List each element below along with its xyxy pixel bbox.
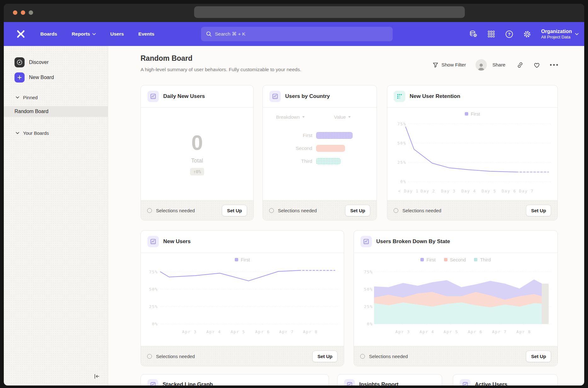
set-up-button[interactable]: Set Up [526,351,551,362]
mixpanel-logo-icon[interactable] [15,28,26,40]
svg-text:Apr 5: Apr 5 [443,329,458,334]
sidebar-item-new-board[interactable]: New Board [14,72,54,83]
nav-item-boards[interactable]: Boards [40,31,57,37]
card-title: Users Broken Down By State [376,238,450,245]
line-chart-icon [460,379,470,385]
state-area-chart: 75%50%25%0%Apr 3Apr 4Apr 5Apr 6Apr 7Apr … [358,265,554,341]
svg-text:Apr 6: Apr 6 [468,329,482,334]
new-users-line-chart: 75%50%25%0%Apr 3Apr 4Apr 5Apr 6Apr 7Apr … [145,265,340,341]
chevron-down-icon [575,33,579,35]
card-title: New User Retention [410,93,460,100]
data-management-icon[interactable] [469,30,477,38]
favorite-button[interactable] [533,62,540,68]
metric-body: 0 Total ↑0% [141,107,253,200]
chevron-down-icon [348,116,351,118]
sidebar-item-discover[interactable]: Discover [14,57,49,67]
filter-funnel-icon [433,62,438,68]
svg-text:25%: 25% [364,304,373,309]
svg-text:Day 7: Day 7 [519,189,534,193]
show-filter-button[interactable]: Show Filter [433,62,466,68]
zoom-button[interactable] [29,10,33,15]
nav-item-events[interactable]: Events [138,31,154,37]
legend-swatch-first [465,112,468,116]
share-button[interactable]: Share [493,62,505,68]
browser-window: Boards Reports Users Events Search ⌘ + K [4,4,584,385]
svg-text:0%: 0% [367,322,373,326]
svg-text:< Day 1: < Day 1 [398,189,418,193]
collapse-sidebar-button[interactable] [93,372,101,380]
help-icon[interactable]: ? [505,30,513,38]
svg-text:Day 3: Day 3 [441,189,456,193]
value-dropdown[interactable]: Value [334,114,351,120]
svg-text:?: ? [508,32,510,37]
set-up-button[interactable]: Set Up [345,205,370,216]
svg-text:0%: 0% [152,322,158,326]
show-filter-label: Show Filter [441,62,466,68]
close-button[interactable] [13,10,17,15]
section-label: Pinned [23,95,38,100]
metric-label: Total [191,157,203,164]
footer-status: Selections needed [369,354,526,359]
legend-label: Second [450,257,466,262]
global-search-input[interactable]: Search ⌘ + K [201,27,393,41]
org-switcher[interactable]: Organization All Project Data [541,28,579,40]
card-users-by-country: Users by Country Breakdown Value First S… [262,85,377,220]
card-users-by-state: Users Broken Down By State First Second … [354,230,558,366]
avatar[interactable] [476,59,487,71]
card-title: Daily New Users [163,93,205,100]
nav-item-reports[interactable]: Reports [72,31,96,37]
sidebar-item-random-board[interactable]: Random Board [4,106,108,117]
copy-link-button[interactable] [517,62,523,68]
sidebar-section-pinned[interactable]: Pinned [16,95,38,100]
svg-text:Apr 7: Apr 7 [279,329,294,334]
line-chart-icon [269,91,281,102]
card-new-users: New Users First 75%50%25%0%Apr 3Apr 4Apr… [141,230,344,366]
search-placeholder: Search ⌘ + K [215,31,245,37]
navbar-actions: ? Organization All Project Data [469,22,579,46]
svg-text:25%: 25% [397,160,406,165]
retention-line-chart: 75%50%25%0%< Day 1Day 2Day 3Day 4Day 5Da… [392,117,554,199]
svg-text:75%: 75% [397,122,406,126]
settings-gear-icon[interactable] [523,30,531,38]
card-footer: Selections needed Set Up [354,346,557,366]
address-bar[interactable] [194,6,465,18]
line-chart-icon [147,91,159,102]
legend-swatch-first [235,258,238,261]
set-up-button[interactable]: Set Up [526,205,551,216]
status-radio-icon [394,208,398,213]
status-radio-icon [360,354,365,359]
set-up-button[interactable]: Set Up [222,205,247,216]
svg-text:Apr 3: Apr 3 [182,329,197,334]
set-up-button[interactable]: Set Up [312,351,337,362]
apps-grid-icon[interactable] [487,30,495,38]
legend-swatch-third [474,258,477,261]
svg-text:Day 5: Day 5 [481,189,496,193]
breakdown-dropdown[interactable]: Breakdown [276,114,305,120]
svg-text:Apr 8: Apr 8 [516,329,531,334]
nav-item-label: Users [110,31,124,37]
nav-item-label: Events [138,31,154,37]
svg-text:Day 2: Day 2 [421,189,435,193]
nav-item-users[interactable]: Users [110,31,124,37]
sidebar-item-label: Random Board [14,109,49,114]
line-chart-icon [147,379,158,385]
card-active-users: Active Users [453,374,558,385]
svg-text:50%: 50% [397,141,406,146]
bar-row: Second [263,145,345,152]
dropdown-label: Value [334,114,346,120]
legend-label: First [241,257,250,262]
metric-delta-badge: ↑0% [190,168,204,175]
svg-text:50%: 50% [364,287,373,292]
sidebar-section-your-boards[interactable]: Your Boards [16,130,49,136]
chevron-down-icon [16,96,19,99]
board-controls: Show Filter Share [433,59,558,71]
line-chart-icon [360,236,372,247]
link-icon [517,62,523,68]
more-options-button[interactable] [550,64,558,66]
svg-text:50%: 50% [149,287,158,292]
section-label: Your Boards [23,130,49,136]
minimize-button[interactable] [21,10,25,15]
card-title: Insights Report [359,381,399,385]
sidebar: Discover New Board Pinned Random Board Y… [4,46,108,385]
window-titlebar [4,4,584,22]
